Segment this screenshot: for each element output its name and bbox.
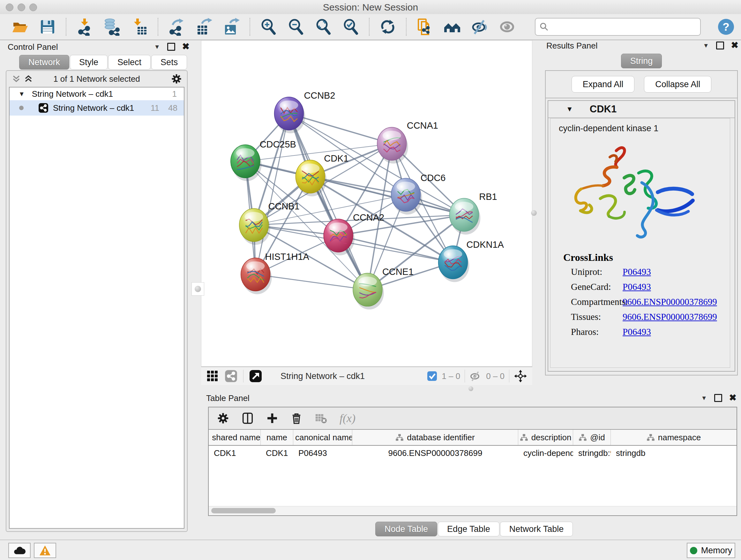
tab-network-table[interactable]: Network Table <box>500 522 573 537</box>
float-panel-icon[interactable] <box>714 394 722 402</box>
panel-menu-icon[interactable]: ▼ <box>703 43 709 49</box>
new-network-from-selection-button[interactable] <box>415 17 434 36</box>
table-cell[interactable]: CDK1 <box>209 446 261 460</box>
selected-checkbox-icon[interactable] <box>427 371 437 381</box>
first-neighbors-button[interactable] <box>443 17 461 36</box>
tab-select[interactable]: Select <box>108 55 151 70</box>
edge-CCNA2-CDKN1A[interactable] <box>338 236 453 262</box>
column-header-name[interactable]: name <box>261 430 293 445</box>
crosslink-link[interactable]: 9606.ENSP00000378699 <box>623 297 730 307</box>
share-view-icon[interactable] <box>225 370 238 382</box>
export-image-button[interactable] <box>222 17 241 36</box>
window-title: Session: New Session <box>0 2 741 13</box>
close-panel-icon[interactable]: ✖ <box>729 393 737 402</box>
tab-sets[interactable]: Sets <box>151 55 187 70</box>
show-eye-icon <box>498 18 516 36</box>
zoom-fit-button[interactable] <box>314 17 333 36</box>
scrollbar-thumb[interactable] <box>211 508 276 513</box>
horizontal-splitter-handle[interactable] <box>468 386 473 391</box>
new-network-from-selection-icon <box>416 18 434 36</box>
move-network-icon[interactable] <box>514 369 527 383</box>
close-panel-icon[interactable]: ✖ <box>731 41 738 50</box>
open-session-button[interactable] <box>11 17 29 36</box>
tab-style[interactable]: Style <box>70 55 108 70</box>
splitter-handle-icon[interactable] <box>195 286 201 292</box>
column-header-@id[interactable]: @id <box>573 430 611 445</box>
hidden-eye-icon[interactable] <box>469 370 482 382</box>
table-cell[interactable]: cyclin-dependent ... <box>518 446 573 460</box>
collapse-all-button[interactable]: Collapse All <box>644 76 711 92</box>
edge-CCNB2-CCNE1[interactable] <box>289 114 367 290</box>
zoom-selected-button[interactable] <box>341 17 360 36</box>
birdseye-view-icon[interactable] <box>249 370 262 382</box>
main-toolbar: ? <box>0 14 741 40</box>
function-builder-icon[interactable]: f(x) <box>340 412 355 425</box>
network-collection-row[interactable]: ▼ String Network – cdk1 1 <box>10 87 184 100</box>
table-settings-gear-icon[interactable] <box>217 412 229 424</box>
panel-menu-icon[interactable]: ▼ <box>154 44 160 50</box>
crosslink-link[interactable]: P06493 <box>623 266 730 277</box>
grid-view-icon[interactable] <box>206 370 219 382</box>
table-cell[interactable]: stringdb <box>611 446 737 460</box>
create-column-plus-icon[interactable] <box>266 412 278 424</box>
help-button[interactable]: ? <box>718 19 734 35</box>
crosslink-link[interactable]: P06493 <box>623 282 730 292</box>
panel-menu-icon[interactable]: ▼ <box>701 395 707 401</box>
float-panel-icon[interactable] <box>716 42 724 50</box>
column-header-shared-name[interactable]: shared name <box>209 430 261 445</box>
horizontal-scrollbar[interactable] <box>209 506 737 515</box>
edge-HIST1H1A-CCNE1[interactable] <box>256 274 367 290</box>
search-input[interactable] <box>552 19 696 34</box>
table-panel: Table Panel ▼ ✖ <box>203 393 739 517</box>
crosslink-link[interactable]: 9606.ENSP00000378699 <box>623 312 730 322</box>
toolbar-separator <box>250 18 250 36</box>
delete-table-icon[interactable] <box>315 412 327 425</box>
show-all-button[interactable] <box>498 17 516 36</box>
right-splitter-handle[interactable] <box>531 210 537 216</box>
column-header-namespace[interactable]: namespace <box>611 430 737 445</box>
show-columns-icon[interactable] <box>241 412 254 425</box>
zoom-in-button[interactable] <box>259 17 278 36</box>
network-tab-content: 1 of 1 Network selected <box>6 70 188 532</box>
tab-string[interactable]: String <box>621 54 662 68</box>
warnings-button[interactable] <box>34 543 56 558</box>
tab-network[interactable]: Network <box>19 55 69 70</box>
node-label-CDC6: CDC6 <box>421 173 446 183</box>
table-cell[interactable]: P06493 <box>293 446 352 460</box>
column-header-canonical-name[interactable]: canonical name <box>293 430 352 445</box>
column-header-database-identifier[interactable]: database identifier <box>352 430 518 445</box>
import-network-database-button[interactable] <box>103 17 121 36</box>
tab-node-table[interactable]: Node Table <box>375 522 437 537</box>
save-session-button[interactable] <box>38 17 57 36</box>
network-canvas[interactable]: CCNB2CCNA1CDC25BCDK1CDC6RB1CCNB1CCNA2CDK… <box>201 40 532 367</box>
left-splitter[interactable] <box>192 282 204 296</box>
gear-icon[interactable] <box>171 73 182 84</box>
table-row[interactable]: CDK1CDK1P064939606.ENSP00000378699cyclin… <box>209 446 737 460</box>
search-box <box>535 18 701 36</box>
hide-selected-button[interactable] <box>470 17 489 36</box>
delete-column-trash-icon[interactable] <box>290 412 302 424</box>
table-cell[interactable]: 9606.ENSP00000378699 <box>352 446 518 460</box>
section-expander-icon[interactable]: ▼ <box>566 105 573 113</box>
export-table-button[interactable] <box>195 17 213 36</box>
cloud-services-button[interactable] <box>8 543 30 558</box>
table-toolbar: f(x) <box>209 408 737 429</box>
tab-edge-table[interactable]: Edge Table <box>438 522 499 537</box>
export-network-button[interactable] <box>167 17 186 36</box>
table-cell[interactable]: stringdb:9... <box>573 446 611 460</box>
node-section-header[interactable]: ▼ CDK1 <box>548 101 735 118</box>
refresh-button[interactable] <box>379 17 397 36</box>
zoom-out-button[interactable] <box>286 17 305 36</box>
import-network-file-button[interactable] <box>75 17 94 36</box>
network-row-selected[interactable]: String Network – cdk1 11 48 <box>10 100 184 116</box>
crosslink-link[interactable]: P06493 <box>623 327 730 337</box>
expand-all-button[interactable]: Expand All <box>571 76 635 92</box>
edge-CCNB2-HIST1H1A[interactable] <box>256 114 289 274</box>
table-cell[interactable]: CDK1 <box>261 446 293 460</box>
collection-expander-icon[interactable]: ▼ <box>18 90 25 98</box>
close-panel-icon[interactable]: ✖ <box>182 42 190 51</box>
import-table-file-button[interactable] <box>130 17 149 36</box>
float-panel-icon[interactable] <box>167 43 175 51</box>
memory-button[interactable]: Memory <box>687 543 735 558</box>
column-header-description[interactable]: description <box>518 430 573 445</box>
